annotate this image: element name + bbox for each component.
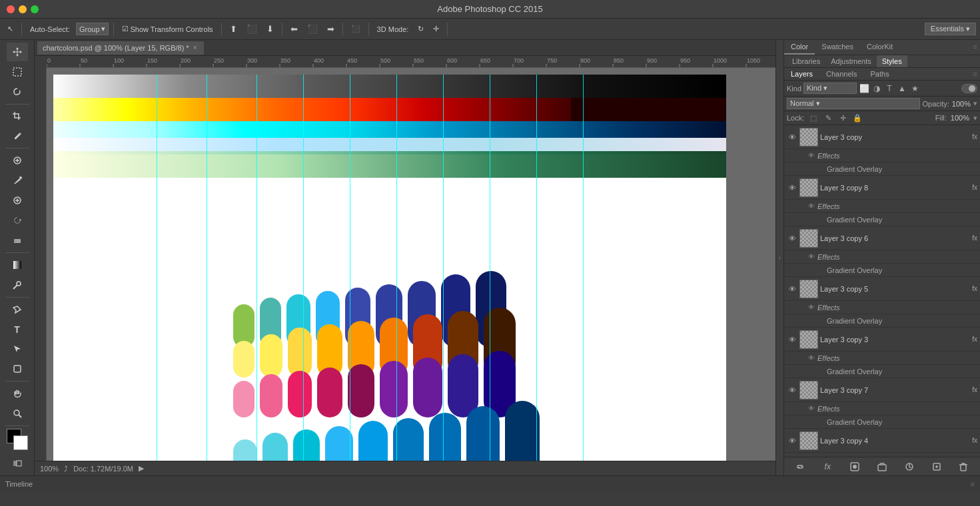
- panel-collapse-handle[interactable]: ‹: [775, 40, 783, 475]
- filter-pixel-icon[interactable]: ⬜: [859, 83, 869, 94]
- channels-tab[interactable]: Channels: [819, 68, 863, 80]
- layer-item[interactable]: 👁 Layer 3 copy fx: [784, 125, 980, 149]
- filter-toggle[interactable]: [961, 84, 977, 93]
- kind-dropdown[interactable]: Kind ▾: [803, 83, 857, 94]
- align-top-icon[interactable]: ⬆: [227, 23, 241, 35]
- minimize-button[interactable]: [19, 5, 27, 13]
- select-tool[interactable]: [7, 63, 28, 81]
- layer-fx-badge[interactable]: fx: [972, 184, 977, 191]
- layer-visibility-toggle[interactable]: 👁: [787, 334, 797, 345]
- history-tool[interactable]: [7, 211, 28, 230]
- blend-mode-dropdown[interactable]: Normal ▾: [787, 98, 920, 109]
- create-adjustment-button[interactable]: [902, 459, 917, 474]
- brush-tool[interactable]: [7, 171, 28, 190]
- sub-tab-styles[interactable]: Styles: [877, 55, 907, 67]
- clone-tool[interactable]: [7, 191, 28, 210]
- opacity-value[interactable]: 100%: [952, 100, 971, 108]
- maximize-button[interactable]: [31, 5, 39, 13]
- zoom-tool[interactable]: [7, 404, 28, 423]
- move-tool[interactable]: [7, 43, 28, 61]
- layer-item[interactable]: 👁 Layer 3 copy 8 fx: [784, 176, 980, 200]
- text-tool[interactable]: T: [7, 320, 28, 339]
- dodge-tool[interactable]: [7, 276, 28, 294]
- layer-fx-badge[interactable]: fx: [972, 386, 977, 393]
- effects-eye-icon[interactable]: 👁: [808, 304, 815, 311]
- layer-item[interactable]: 👁 Layer 3 copy 3 fx: [784, 328, 980, 352]
- lock-all-icon[interactable]: 🔒: [852, 113, 863, 123]
- pen-tool[interactable]: [7, 300, 28, 319]
- filter-type-icon[interactable]: T: [884, 83, 895, 94]
- color-picker[interactable]: [7, 429, 28, 453]
- lock-transparent-icon[interactable]: ⬚: [808, 113, 819, 123]
- eyedropper-tool[interactable]: [7, 127, 28, 146]
- lock-move-icon[interactable]: ✛: [837, 113, 848, 123]
- layer-visibility-toggle[interactable]: 👁: [787, 385, 797, 395]
- 3d-pan-icon[interactable]: ✛: [430, 23, 442, 35]
- foreground-background-colors[interactable]: [7, 429, 28, 450]
- layer-fx-badge[interactable]: fx: [972, 285, 977, 292]
- shape-tool[interactable]: [7, 360, 28, 378]
- sub-tab-libraries[interactable]: Libraries: [787, 55, 825, 67]
- tab-color[interactable]: Color: [784, 40, 815, 55]
- show-transform-checkbox[interactable]: ☑ Show Transform Controls: [119, 23, 217, 35]
- fill-value[interactable]: 100%: [951, 114, 969, 122]
- layer-item[interactable]: 👁 Layer 3 copy 6 fx: [784, 226, 980, 250]
- workspace-dropdown[interactable]: Essentials ▾: [925, 23, 976, 35]
- layers-menu-icon[interactable]: ≡: [971, 68, 980, 80]
- add-fx-button[interactable]: fx: [820, 459, 835, 474]
- layer-fx-badge[interactable]: fx: [972, 437, 977, 444]
- layer-item[interactable]: 👁 Layer 3 copy 5 fx: [784, 277, 980, 301]
- effects-eye-icon[interactable]: 👁: [808, 405, 815, 412]
- delete-layer-button[interactable]: [956, 459, 971, 474]
- layer-visibility-toggle[interactable]: 👁: [787, 435, 797, 446]
- align-left-icon[interactable]: ⬅: [287, 23, 301, 35]
- panel-menu-icon[interactable]: ≡: [971, 40, 980, 55]
- hand-tool[interactable]: [7, 384, 28, 403]
- layers-tab[interactable]: Layers: [784, 68, 819, 80]
- quick-mask-tool[interactable]: [7, 454, 28, 473]
- paths-tab[interactable]: Paths: [864, 68, 896, 80]
- effects-eye-icon[interactable]: 👁: [808, 152, 815, 159]
- timeline-menu-icon[interactable]: ≡: [971, 480, 975, 488]
- sub-tab-adjustments[interactable]: Adjustments: [825, 55, 877, 67]
- align-center-h-icon[interactable]: ⬛: [304, 23, 321, 35]
- tab-colorkit[interactable]: ColorKit: [860, 40, 899, 55]
- layer-fx-badge[interactable]: fx: [972, 234, 977, 242]
- 3d-rotate-icon[interactable]: ↻: [414, 23, 427, 35]
- layer-visibility-toggle[interactable]: 👁: [787, 132, 797, 142]
- create-group-button[interactable]: [875, 459, 889, 474]
- link-layers-button[interactable]: [793, 459, 807, 474]
- healing-tool[interactable]: [7, 151, 28, 170]
- layer-item[interactable]: 👁 Layer 3 copy 4 fx: [784, 429, 980, 453]
- lock-brush-icon[interactable]: ✎: [823, 113, 833, 123]
- tab-swatches[interactable]: Swatches: [815, 40, 860, 55]
- add-mask-button[interactable]: [847, 459, 862, 474]
- auto-select-dropdown[interactable]: Group ▾: [76, 23, 109, 35]
- window-controls[interactable]: [7, 5, 39, 13]
- align-bottom-icon[interactable]: ⬇: [263, 23, 277, 35]
- layer-visibility-toggle[interactable]: 👁: [787, 182, 797, 193]
- background-color[interactable]: [13, 435, 28, 450]
- path-select-tool[interactable]: [7, 340, 28, 358]
- layer-fx-badge[interactable]: fx: [972, 133, 977, 140]
- effects-eye-icon[interactable]: 👁: [808, 253, 815, 260]
- effects-eye-icon[interactable]: 👁: [808, 354, 815, 362]
- tab-close-button[interactable]: ×: [193, 44, 197, 51]
- crop-tool[interactable]: [7, 107, 28, 126]
- document-tab[interactable]: chartcolors.psd @ 100% (Layer 15, RGB/8)…: [37, 41, 204, 55]
- distribute-icon[interactable]: ⬛: [348, 23, 364, 35]
- filter-adjust-icon[interactable]: ◑: [871, 83, 882, 94]
- effects-eye-icon[interactable]: 👁: [808, 202, 815, 210]
- align-center-v-icon[interactable]: ⬛: [243, 23, 260, 35]
- layer-item[interactable]: 👁 Layer 3 copy 7 fx: [784, 378, 980, 402]
- close-button[interactable]: [7, 5, 15, 13]
- lasso-tool[interactable]: [7, 83, 28, 101]
- canvas-scroll[interactable]: [47, 68, 775, 461]
- layer-fx-badge[interactable]: fx: [972, 336, 977, 343]
- filter-shape-icon[interactable]: ▲: [897, 83, 907, 94]
- layer-visibility-toggle[interactable]: 👁: [787, 284, 797, 294]
- align-right-icon[interactable]: ➡: [324, 23, 338, 35]
- filter-smart-icon[interactable]: ★: [909, 83, 920, 94]
- eraser-tool[interactable]: [7, 231, 28, 250]
- new-layer-button[interactable]: [929, 459, 944, 474]
